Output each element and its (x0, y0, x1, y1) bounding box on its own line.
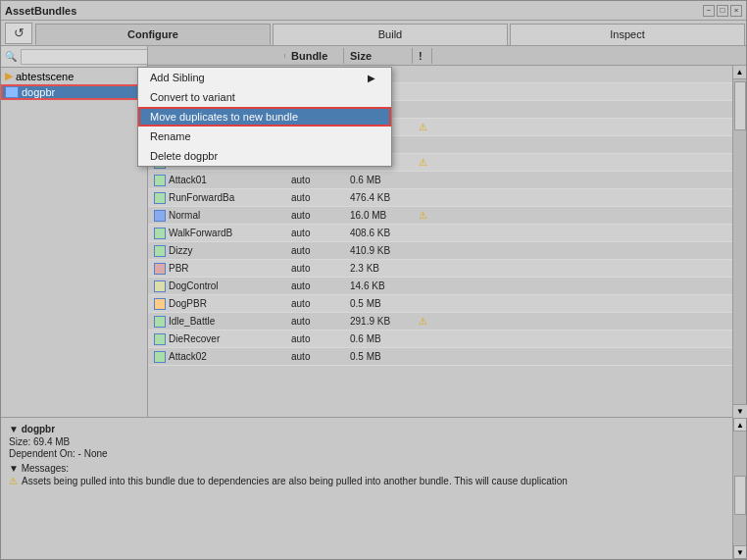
bottom-bundle-name: ▼ dogpbr (9, 424, 724, 434)
size-cell: 410.9 KB (344, 244, 413, 257)
asset-name: RunForwardBa (169, 192, 234, 203)
warn-cell (413, 91, 432, 93)
asset-icon (154, 210, 166, 222)
title-bar: AssetBundles − □ × (1, 1, 746, 21)
tree-view: ▶ abtestscene dogpbr (1, 68, 147, 417)
size-cell: 0.6 MB (344, 332, 413, 345)
main-area: 🔍 ▶ abtestscene dogpbr Add Sibling (1, 46, 746, 417)
bottom-message-text: Assets being pulled into this bundle due… (22, 476, 568, 486)
search-bar: 🔍 (1, 46, 147, 68)
table-scrollbar[interactable]: ▲ ▼ (732, 66, 746, 417)
table-row[interactable]: Attack01 auto 0.6 MB (148, 172, 732, 189)
bundle-cell: auto (285, 297, 344, 310)
scroll-down-arrow[interactable]: ▼ (733, 404, 746, 417)
scroll-up-arrow[interactable]: ▲ (733, 66, 746, 79)
bundle-cell: auto (285, 191, 344, 204)
bundle-icon (5, 86, 19, 98)
search-input[interactable] (21, 49, 148, 65)
scene-icon: ▶ (5, 70, 13, 82)
table-row[interactable]: WalkForwardB auto 408.6 KB (148, 225, 732, 242)
warn-icon: ⚠ (419, 210, 427, 221)
warn-icon: ⚠ (9, 476, 18, 486)
submenu-arrow: ▶ (368, 73, 375, 83)
size-cell: 0.5 MB (344, 297, 413, 310)
bottom-scroll-thumb[interactable] (734, 476, 746, 515)
warn-cell (413, 179, 432, 181)
tab-configure[interactable]: Configure (35, 24, 271, 45)
warn-icon: ⚠ (419, 316, 427, 327)
col-asset-header (148, 54, 285, 58)
asset-name: Attack01 (169, 175, 207, 185)
ctx-item-move-duplicates[interactable]: Move duplicates to new bundle (138, 107, 391, 127)
bottom-size: Size: 69.4 MB (9, 436, 724, 447)
warn-cell (413, 338, 432, 340)
asset-name: Dizzy (169, 245, 192, 256)
maximize-button[interactable]: □ (717, 5, 728, 17)
tab-inspect[interactable]: Inspect (510, 24, 745, 45)
warn-cell (413, 250, 432, 252)
size-cell: 0.5 MB (344, 350, 413, 363)
warn-cell (413, 268, 432, 270)
title-bar-controls: − □ × (703, 5, 742, 17)
asset-name: WalkForwardB (169, 228, 232, 238)
table-row[interactable]: Idle_Battle auto 291.9 KB ⚠ (148, 313, 732, 331)
warn-cell: ⚠ (413, 156, 432, 169)
warn-cell: ⚠ (413, 315, 432, 328)
col-warn-header: ! (413, 48, 432, 64)
close-button[interactable]: × (730, 5, 742, 17)
bundle-cell: auto (285, 174, 344, 186)
bottom-scrollbar[interactable]: ▲ ▼ (732, 418, 746, 559)
window-title: AssetBundles (5, 5, 76, 17)
bundle-cell: auto (285, 262, 344, 275)
tree-item-dogpbr[interactable]: dogpbr (1, 84, 147, 100)
tree-item-label: abtestscene (16, 71, 74, 82)
table-row[interactable]: DogControl auto 14.6 KB (148, 278, 732, 295)
bottom-scroll-up[interactable]: ▲ (733, 418, 746, 432)
ctx-item-convert[interactable]: Convert to variant (138, 87, 391, 107)
bottom-info: ▼ dogpbr Size: 69.4 MB Dependent On: - N… (1, 418, 732, 559)
tabs-bar: ↺ Configure Build Inspect (1, 21, 746, 46)
table-row[interactable]: RunForwardBa auto 476.4 KB (148, 189, 732, 207)
tab-build[interactable]: Build (273, 24, 508, 45)
table-row[interactable]: Normal auto 16.0 MB ⚠ (148, 207, 732, 225)
warn-cell (413, 144, 432, 146)
asset-icon (154, 351, 166, 363)
bundle-cell: auto (285, 244, 344, 257)
warn-cell (413, 109, 432, 111)
table-row[interactable]: DieRecover auto 0.6 MB (148, 331, 732, 348)
warn-cell (413, 285, 432, 287)
scroll-thumb[interactable] (734, 81, 746, 130)
warn-cell (413, 303, 432, 305)
bundle-cell: auto (285, 315, 344, 328)
asset-name: DogControl (169, 280, 219, 291)
ctx-item-delete[interactable]: Delete dogpbr (138, 146, 391, 166)
warn-icon: ⚠ (419, 157, 427, 168)
asset-icon (154, 298, 166, 310)
table-row[interactable]: DogPBR auto 0.5 MB (148, 295, 732, 313)
asset-name: Idle_Battle (169, 316, 215, 327)
ctx-item-rename[interactable]: Rename (138, 127, 391, 146)
refresh-button[interactable]: ↺ (5, 23, 32, 44)
warn-cell: ⚠ (413, 209, 432, 222)
table-row[interactable]: Attack02 auto 0.5 MB (148, 348, 732, 366)
bottom-panel: ▼ dogpbr Size: 69.4 MB Dependent On: - N… (1, 417, 746, 559)
size-cell: 14.6 KB (344, 280, 413, 292)
size-cell: 2.3 KB (344, 262, 413, 275)
minimize-button[interactable]: − (703, 5, 715, 17)
ctx-item-add-sibling[interactable]: Add Sibling ▶ (138, 68, 391, 87)
size-cell: 476.4 KB (344, 191, 413, 204)
bundle-cell: auto (285, 280, 344, 292)
warn-cell: ⚠ (413, 121, 432, 133)
warn-cell (413, 356, 432, 358)
asset-name: PBR (169, 263, 189, 274)
bundle-cell: auto (285, 332, 344, 345)
bottom-scroll-down[interactable]: ▼ (733, 545, 746, 559)
table-row[interactable]: Dizzy auto 410.9 KB (148, 242, 732, 260)
tree-item-abtestscene[interactable]: ▶ abtestscene (1, 68, 147, 84)
size-cell: 16.0 MB (344, 209, 413, 222)
asset-icon (154, 175, 166, 186)
table-header: Bundle Size ! (148, 46, 746, 66)
size-cell: 291.9 KB (344, 315, 413, 328)
table-row[interactable]: PBR auto 2.3 KB (148, 260, 732, 278)
search-icon: 🔍 (5, 51, 17, 62)
